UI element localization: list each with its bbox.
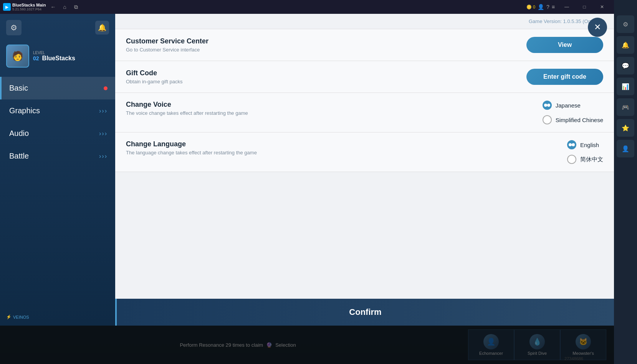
duplicate-button[interactable]: ⧉ [72,3,80,11]
rs-star-btn[interactable]: ⭐ [617,119,634,137]
settings-header: ⚙ 🔔 [0,14,115,41]
settings-content: Game Version: 1.0.5.35 (OpenGL) Customer… [115,14,614,326]
coin-count: 0 [533,5,535,9]
nav-dots-battle: ››› [99,153,108,160]
customer-service-title: Customer Service Center [126,37,526,45]
content-header: Game Version: 1.0.5.35 (OpenGL) [115,14,614,29]
nav-label-audio: Audio [9,129,29,138]
nav-label-graphics: Graphics [9,106,40,115]
bs-app-title: BlueStacks Main [12,3,46,7]
footer-logo: ⚡ VEINOS [6,314,29,319]
rs-user-btn[interactable]: 👤 [617,140,634,157]
settings-level-num: 02 [33,55,39,61]
footer-logo-text: VEINOS [13,315,29,319]
close-window-button[interactable]: ✕ [593,0,611,14]
settings-level-label: LEVEL [33,51,75,55]
settings-footer: ⚡ VEINOS [0,308,115,326]
change-voice-info: Change Voice The voice change takes effe… [126,101,543,116]
settings-sidebar: ⚙ 🔔 🧑 LEVEL 02 BlueStacks Basic Graphics… [0,14,115,326]
footer-logo-icon: ⚡ [6,314,12,319]
settings-gear-icon[interactable]: ⚙ [6,20,22,35]
voice-option-simplified-chinese[interactable]: Simplified Chinese [543,115,603,124]
rs-notification-btn[interactable]: 🔔 [617,36,634,54]
minimize-button[interactable]: — [558,0,576,14]
language-radio-simplified-chinese[interactable] [567,155,576,164]
settings-user-panel: 🧑 LEVEL 02 BlueStacks [0,41,115,74]
nav-label-basic: Basic [9,84,28,93]
voice-option-japanese[interactable]: Japanese [543,101,603,110]
confirm-bar[interactable]: Confirm [115,299,614,326]
settings-nav: Basic Graphics ››› Audio ››› Battle ››› [0,74,115,308]
voice-label-japanese: Japanese [556,102,581,109]
change-language-control: English 简休中文 [567,140,603,164]
customer-service-info: Customer Service Center Go to Customer S… [126,37,526,53]
voice-radio-simplified-chinese[interactable] [543,115,552,124]
nav-badge-basic [104,86,108,90]
coin-icon: 🪙 [526,5,532,10]
language-option-english[interactable]: English [567,140,603,149]
bluestacks-logo: ▶ BlueStacks Main 5.21.560.1027.P64 [3,3,46,11]
nav-label-battle: Battle [9,152,29,160]
back-button[interactable]: ← [49,3,57,11]
change-voice-subtitle: The voice change takes effect after rest… [126,110,543,116]
gift-code-row: Gift Code Obtain in-game gift packs Ente… [115,61,614,93]
bs-app-version: 5.21.560.1027.P64 [12,7,46,11]
nav-item-basic[interactable]: Basic [0,77,115,99]
settings-user-name: BlueStacks [42,55,75,62]
customer-service-row: Customer Service Center Go to Customer S… [115,29,614,61]
bs-logo-icon: ▶ [3,3,11,11]
bluestacks-topbar: ▶ BlueStacks Main 5.21.560.1027.P64 ← ⌂ … [0,0,614,14]
voice-radio-group: Japanese Simplified Chinese [543,101,603,124]
settings-bell-icon[interactable]: 🔔 [95,21,109,35]
rs-settings-btn[interactable]: ⚙ [617,15,634,33]
language-label-english: English [580,142,599,148]
language-radio-group: English 简休中文 [567,140,603,164]
voice-label-simplified-chinese: Simplified Chinese [556,117,603,123]
settings-user-avatar: 🧑 [6,45,29,68]
view-button[interactable]: View [526,37,603,53]
gift-code-control: Enter gift code [526,69,603,85]
change-language-subtitle: The language change takes effect after r… [126,150,567,156]
customer-service-subtitle: Go to Customer Service interface [126,47,526,53]
nav-item-audio[interactable]: Audio ››› [0,122,115,145]
rs-gamepad-btn[interactable]: 🎮 [617,98,634,116]
gift-code-info: Gift Code Obtain in-game gift packs [126,69,526,84]
voice-radio-japanese[interactable] [543,101,552,110]
menu-icon[interactable]: ≡ [552,4,555,10]
language-radio-english[interactable] [567,140,576,149]
coin-display: 🪙 0 [526,5,535,10]
change-language-title: Change Language [126,140,567,148]
window-controls: — □ ✕ [558,0,611,14]
language-option-simplified-chinese[interactable]: 简休中文 [567,155,603,164]
settings-user-info: LEVEL 02 BlueStacks [33,51,75,62]
nav-dots-audio: ››› [99,130,108,137]
maximize-button[interactable]: □ [576,0,593,14]
customer-service-control: View [526,37,603,53]
change-voice-title: Change Voice [126,101,543,109]
change-language-info: Change Language The language change take… [126,140,567,156]
gift-code-subtitle: Obtain in-game gift packs [126,79,526,84]
nav-item-battle[interactable]: Battle ››› [0,145,115,167]
change-voice-control: Japanese Simplified Chinese [543,101,603,124]
nav-dots-graphics: ››› [99,108,108,114]
right-sidebar: ⚙ 🔔 💬 📊 🎮 ⭐ 👤 [614,0,637,364]
enter-gift-code-button[interactable]: Enter gift code [526,69,603,85]
rs-stats-btn[interactable]: 📊 [617,78,634,95]
topbar-icons: 🪙 0 👤 ? ≡ [526,4,555,10]
gift-code-title: Gift Code [126,69,526,77]
nav-item-graphics[interactable]: Graphics ››› [0,99,115,122]
content-body: Customer Service Center Go to Customer S… [115,29,614,326]
change-language-row: Change Language The language change take… [115,132,614,172]
change-voice-row: Change Voice The voice change takes effe… [115,93,614,132]
home-button[interactable]: ⌂ [60,3,69,11]
language-label-simplified-chinese: 简休中文 [580,156,603,163]
help-icon[interactable]: ? [546,4,549,10]
user-profile-icon[interactable]: 👤 [538,4,544,10]
rs-chat-btn[interactable]: 💬 [617,57,634,74]
close-settings-button[interactable]: ✕ [588,18,607,37]
confirm-button-label: Confirm [349,307,381,317]
